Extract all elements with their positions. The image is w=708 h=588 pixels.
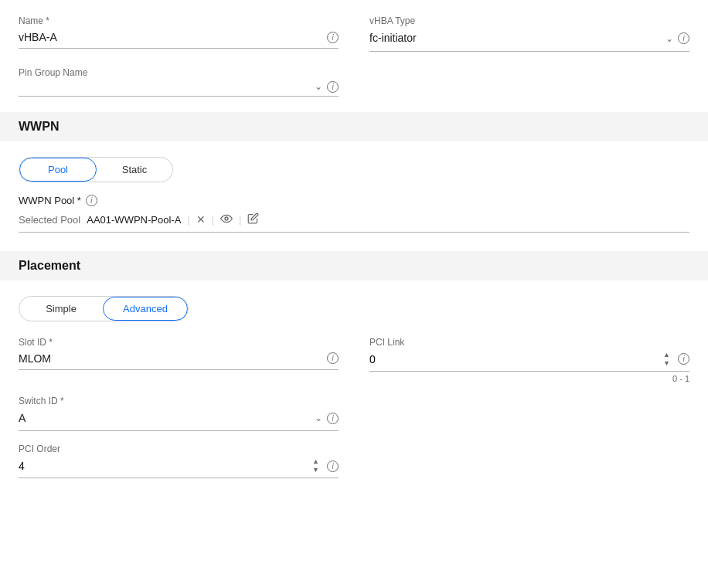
switch-id-right-placeholder bbox=[369, 396, 689, 432]
switch-id-value: A bbox=[19, 410, 310, 428]
selected-pool-value: AA01-WWPN-Pool-A bbox=[87, 214, 181, 226]
pci-order-input[interactable] bbox=[19, 460, 308, 472]
vhba-type-chevron-icon[interactable]: ⌄ bbox=[665, 33, 673, 44]
vhba-type-field-col: vHBA Type fc-initiator ⌄ i bbox=[369, 15, 689, 52]
slot-id-col: Slot ID * i bbox=[19, 337, 339, 383]
pool-divider-1: | bbox=[187, 214, 189, 226]
pci-link-down-btn[interactable]: ▼ bbox=[662, 359, 672, 368]
pci-order-col: PCI Order ▲ ▼ i bbox=[19, 444, 339, 478]
placement-section-header: Placement bbox=[0, 251, 708, 280]
name-input-wrapper: i bbox=[19, 29, 339, 49]
wwpn-static-toggle-btn[interactable]: Static bbox=[97, 158, 172, 182]
pci-order-row: PCI Order ▲ ▼ i bbox=[19, 444, 689, 478]
pci-order-info-icon[interactable]: i bbox=[327, 461, 339, 472]
placement-advanced-toggle-btn[interactable]: Advanced bbox=[103, 297, 188, 321]
pin-group-info-icon[interactable]: i bbox=[327, 81, 339, 93]
pci-order-down-btn[interactable]: ▼ bbox=[311, 466, 321, 474]
pci-link-up-btn[interactable]: ▲ bbox=[662, 351, 672, 359]
pci-link-info-icon[interactable]: i bbox=[678, 353, 689, 365]
slot-pci-row: Slot ID * i PCI Link ▲ ▼ i 0 - 1 bbox=[19, 337, 689, 383]
pin-group-chevron-icon[interactable]: ⌄ bbox=[315, 81, 322, 92]
wwpn-section-header: WWPN bbox=[0, 112, 708, 141]
switch-id-info-icon[interactable]: i bbox=[327, 413, 339, 424]
slot-id-info-icon[interactable]: i bbox=[327, 352, 339, 364]
selected-pool-label-text: Selected Pool bbox=[19, 214, 80, 226]
pci-link-spinner-wrapper: ▲ ▼ i bbox=[369, 351, 689, 372]
pci-link-input[interactable] bbox=[369, 353, 659, 365]
name-info-icon[interactable]: i bbox=[327, 32, 339, 43]
pci-link-range-hint: 0 - 1 bbox=[369, 374, 689, 383]
wwpn-toggle-group[interactable]: Pool Static bbox=[19, 157, 173, 182]
pci-order-spinner-buttons: ▲ ▼ bbox=[311, 457, 321, 474]
switch-id-col: Switch ID * A ⌄ i bbox=[19, 396, 339, 432]
vhba-type-info-icon[interactable]: i bbox=[678, 32, 689, 44]
name-input[interactable] bbox=[19, 29, 322, 45]
pci-link-label: PCI Link bbox=[369, 337, 689, 348]
name-field-col: Name * i bbox=[19, 15, 339, 52]
pin-group-value bbox=[19, 85, 310, 88]
svg-point-0 bbox=[225, 217, 228, 220]
pool-divider-3: | bbox=[239, 214, 241, 226]
vhba-type-value: fc-initiator bbox=[369, 29, 661, 48]
pin-group-label: Pin Group Name bbox=[19, 67, 339, 78]
pci-order-label: PCI Order bbox=[19, 444, 339, 454]
pool-view-icon[interactable] bbox=[220, 212, 233, 227]
pci-link-col: PCI Link ▲ ▼ i 0 - 1 bbox=[369, 337, 689, 383]
pin-group-row: Pin Group Name ⌄ i bbox=[19, 67, 689, 97]
pin-group-input-wrapper: ⌄ i bbox=[19, 81, 339, 97]
name-label: Name * bbox=[19, 15, 339, 26]
wwpn-section-title: WWPN bbox=[19, 120, 59, 133]
switch-id-label: Switch ID * bbox=[19, 396, 339, 406]
pool-divider-2: | bbox=[212, 214, 214, 226]
vhba-type-input-wrapper: fc-initiator ⌄ i bbox=[369, 29, 689, 52]
selected-pool-row: Selected Pool AA01-WWPN-Pool-A | ✕ | | bbox=[19, 212, 689, 233]
pci-order-spinner-wrapper: ▲ ▼ i bbox=[19, 457, 339, 478]
pool-edit-icon[interactable] bbox=[247, 212, 259, 226]
placement-simple-toggle-btn[interactable]: Simple bbox=[19, 297, 103, 321]
name-vhba-row: Name * i vHBA Type fc-initiator ⌄ i bbox=[19, 15, 689, 52]
wwpn-pool-label-row: WWPN Pool * i bbox=[19, 195, 689, 206]
slot-id-label: Slot ID * bbox=[19, 337, 339, 348]
form-container: Name * i vHBA Type fc-initiator ⌄ i Pin … bbox=[0, 0, 708, 588]
pci-order-right-placeholder bbox=[369, 444, 689, 478]
pci-order-up-btn[interactable]: ▲ bbox=[311, 457, 321, 466]
switch-id-row: Switch ID * A ⌄ i bbox=[19, 396, 689, 432]
slot-id-input[interactable] bbox=[19, 351, 322, 366]
wwpn-pool-info-icon[interactable]: i bbox=[86, 195, 97, 206]
slot-id-input-wrapper: i bbox=[19, 351, 339, 370]
switch-id-input-wrapper: A ⌄ i bbox=[19, 410, 339, 432]
placement-section-title: Placement bbox=[19, 259, 80, 272]
wwpn-pool-label-text: WWPN Pool * bbox=[19, 195, 81, 206]
wwpn-pool-toggle-btn[interactable]: Pool bbox=[19, 158, 97, 182]
pin-group-col: Pin Group Name ⌄ i bbox=[19, 67, 339, 97]
switch-id-chevron-icon[interactable]: ⌄ bbox=[315, 413, 322, 423]
pci-link-spinner-buttons: ▲ ▼ bbox=[662, 351, 672, 368]
pool-clear-icon[interactable]: ✕ bbox=[196, 213, 206, 226]
vhba-type-label: vHBA Type bbox=[369, 15, 689, 26]
placement-toggle-group[interactable]: Simple Advanced bbox=[19, 296, 189, 321]
